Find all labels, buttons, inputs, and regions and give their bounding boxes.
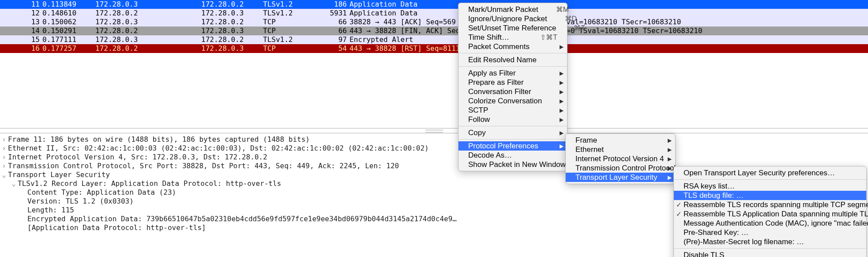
packet-proto: TLSv1.2 xyxy=(263,9,320,18)
packet-row[interactable]: 11 0.113849 172.28.0.3 172.28.0.2 TLSv1.… xyxy=(0,0,868,9)
packet-list[interactable]: 11 0.113849 172.28.0.3 172.28.0.2 TLSv1.… xyxy=(0,0,868,53)
chevron-right-icon: ▶ xyxy=(560,98,564,104)
menu-conversation-filter[interactable]: Conversation Filter▶ xyxy=(458,87,567,96)
menu-edit-resolved-name[interactable]: Edit Resolved Name xyxy=(458,55,567,64)
menu-separator xyxy=(458,53,567,53)
chevron-right-icon: ▶ xyxy=(668,137,672,144)
menu-mark-packet[interactable]: Mark/Unmark Packet⌘M xyxy=(458,5,567,14)
menu-separator xyxy=(458,126,567,126)
context-menu-packet[interactable]: Mark/Unmark Packet⌘M Ignore/Unignore Pac… xyxy=(458,3,567,171)
menu-sctp[interactable]: SCTP▶ xyxy=(458,106,567,115)
shortcut: ⌘T xyxy=(556,24,585,32)
packet-no: 12 xyxy=(0,9,42,18)
packet-len: 66 xyxy=(320,26,349,35)
chevron-right-icon: ▶ xyxy=(560,89,564,95)
packet-len: 186 xyxy=(320,0,349,9)
chevron-right-icon[interactable]: › xyxy=(0,144,8,153)
packet-dst: 172.28.0.2 xyxy=(201,0,263,9)
menu-disable-tls[interactable]: Disable TLS xyxy=(674,250,866,257)
menu-tls-debug-file[interactable]: TLS debug file: … xyxy=(674,191,866,200)
packet-no: 15 xyxy=(0,35,42,44)
menu-open-tls-prefs[interactable]: Open Transport Layer Security preference… xyxy=(674,168,866,178)
packet-time: 0.177257 xyxy=(42,44,95,53)
packet-proto: TCP xyxy=(263,18,320,26)
packet-row[interactable]: 13 0.150062 172.28.0.3 172.28.0.2 TCP 66… xyxy=(0,18,868,26)
packet-len: 97 xyxy=(320,35,349,44)
packet-time: 0.150062 xyxy=(42,18,95,26)
menu-proto-ethernet[interactable]: Ethernet▶ xyxy=(566,145,675,154)
chevron-right-icon: ▶ xyxy=(560,130,564,136)
menu-show-packet-new-window[interactable]: Show Packet in New Window xyxy=(458,160,567,169)
chevron-down-icon[interactable]: ⌄ xyxy=(10,179,18,188)
detail-frame[interactable]: Frame 11: 186 bytes on wire (1488 bits),… xyxy=(8,135,868,144)
packet-len: 5931 xyxy=(320,9,349,18)
chevron-right-icon[interactable]: › xyxy=(0,162,8,170)
packet-row[interactable]: 15 0.177111 172.28.0.3 172.28.0.2 TLSv1.… xyxy=(0,35,868,44)
packet-row[interactable]: 14 0.150291 172.28.0.2 172.28.0.3 TCP 66… xyxy=(0,26,868,35)
detail-eth[interactable]: Ethernet II, Src: 02:42:ac:1c:00:03 (02:… xyxy=(8,144,868,153)
menu-ignore-packet[interactable]: Ignore/Unignore Packet⌘D xyxy=(458,14,567,23)
packet-proto: TCP xyxy=(263,44,320,53)
menu-set-time-ref[interactable]: Set/Unset Time Reference⌘T xyxy=(458,23,567,33)
pane-splitter[interactable] xyxy=(0,128,868,133)
packet-dst: 172.28.0.3 xyxy=(201,9,263,18)
menu-follow[interactable]: Follow▶ xyxy=(458,115,567,124)
packet-len: 66 xyxy=(320,18,349,26)
menu-pre-shared-key[interactable]: Pre-Shared Key: … xyxy=(674,228,866,237)
menu-master-secret-log[interactable]: (Pre)-Master-Secret log filename: … xyxy=(674,237,866,246)
menu-rsa-keys-list[interactable]: RSA keys list… xyxy=(674,181,866,191)
chevron-down-icon[interactable]: ⌄ xyxy=(0,170,8,179)
packet-time: 0.177111 xyxy=(42,35,95,44)
detail-ip[interactable]: Internet Protocol Version 4, Src: 172.28… xyxy=(8,153,868,162)
menu-protocol-preferences[interactable]: Protocol Preferences▶ xyxy=(458,141,567,151)
packet-time: 0.150291 xyxy=(42,26,95,35)
packet-proto: TLSv1.2 xyxy=(263,35,320,44)
chevron-right-icon[interactable]: › xyxy=(0,135,8,144)
packet-src: 172.28.0.3 xyxy=(95,18,201,26)
check-icon: ✓ xyxy=(676,210,682,218)
chevron-right-icon: ▶ xyxy=(668,147,672,153)
submenu-protocol-preferences[interactable]: Frame▶ Ethernet▶ Internet Protocol Versi… xyxy=(565,133,676,184)
menu-decode-as[interactable]: Decode As… xyxy=(458,151,567,160)
menu-proto-frame[interactable]: Frame▶ xyxy=(566,136,675,145)
chevron-right-icon: ▶ xyxy=(668,165,672,171)
shortcut: ⌘M xyxy=(538,5,569,14)
packet-src: 172.28.0.3 xyxy=(95,35,201,44)
chevron-right-icon: ▶ xyxy=(668,174,672,181)
menu-copy[interactable]: Copy▶ xyxy=(458,128,567,137)
submenu-tls-preferences[interactable]: Open Transport Layer Security preference… xyxy=(673,166,867,257)
menu-separator xyxy=(674,248,866,249)
menu-separator xyxy=(674,179,866,180)
packet-dst: 172.28.0.2 xyxy=(201,18,263,26)
menu-proto-tcp[interactable]: Transmission Control Protocol▶ xyxy=(566,163,675,173)
packet-info: Application Data xyxy=(349,9,868,18)
packet-row[interactable]: 12 0.148610 172.28.0.2 172.28.0.3 TLSv1.… xyxy=(0,9,868,18)
menu-time-shift[interactable]: Time Shift…⇧⌘T xyxy=(458,33,567,42)
chevron-right-icon: ▶ xyxy=(560,70,564,76)
packet-time: 0.148610 xyxy=(42,9,95,18)
shortcut: ⇧⌘T xyxy=(522,33,557,42)
menu-apply-filter[interactable]: Apply as Filter▶ xyxy=(458,68,567,78)
chevron-right-icon: ▶ xyxy=(560,107,564,113)
packet-no: 14 xyxy=(0,26,42,35)
menu-proto-tls[interactable]: Transport Layer Security▶ xyxy=(566,173,675,182)
menu-proto-ipv4[interactable]: Internet Protocol Version 4▶ xyxy=(566,154,675,163)
menu-reassemble-tls-records[interactable]: ✓Reassemble TLS records spanning multipl… xyxy=(674,200,866,209)
shortcut: ⌘D xyxy=(547,15,577,23)
menu-separator xyxy=(458,66,567,67)
packet-src: 172.28.0.2 xyxy=(95,26,201,35)
packet-row[interactable]: 16 0.177257 172.28.0.2 172.28.0.3 TCP 54… xyxy=(0,44,868,53)
chevron-right-icon: ▶ xyxy=(668,156,672,162)
menu-mac-ignore[interactable]: Message Authentication Code (MAC), ignor… xyxy=(674,219,866,228)
packet-info: Encrypted Alert xyxy=(349,35,868,44)
menu-prepare-filter[interactable]: Prepare as Filter▶ xyxy=(458,78,567,87)
packet-info: 38828 → 443 [ACK] Seq=569 Ack=8111 Win=3… xyxy=(349,18,868,26)
menu-colorize-conversation[interactable]: Colorize Conversation▶ xyxy=(458,96,567,106)
packet-info: Application Data xyxy=(349,0,868,9)
menu-packet-comments[interactable]: Packet Comments▶ xyxy=(458,42,567,51)
packet-time: 0.113849 xyxy=(42,0,95,9)
menu-reassemble-tls-appdata[interactable]: ✓Reassemble TLS Application Data spannin… xyxy=(674,209,866,219)
chevron-right-icon[interactable]: › xyxy=(0,153,8,162)
packet-dst: 172.28.0.3 xyxy=(201,26,263,35)
chevron-right-icon: ▶ xyxy=(560,117,564,123)
